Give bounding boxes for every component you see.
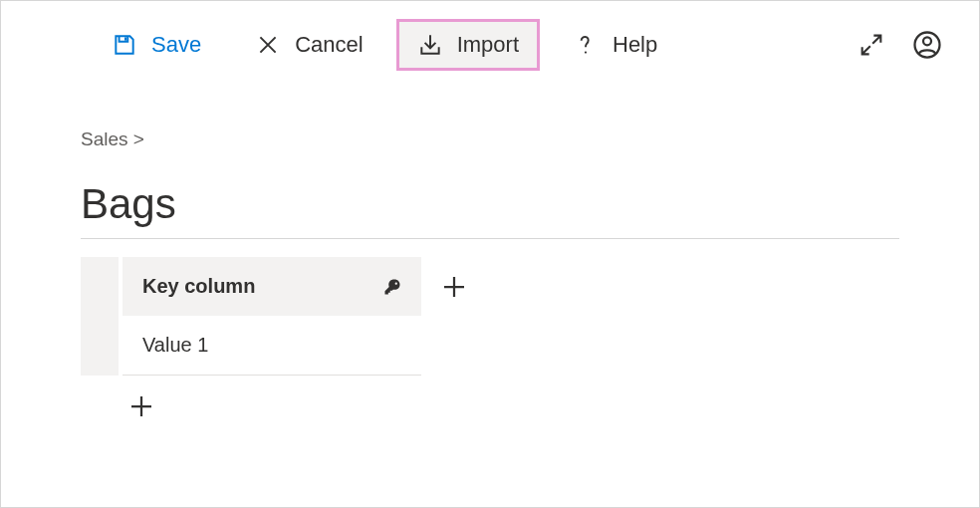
import-label: Import [457,32,519,58]
add-row-area [81,376,899,425]
toolbar: Save Cancel Import Help [1,1,979,89]
key-icon [383,278,401,296]
svg-point-3 [923,37,931,45]
svg-rect-0 [124,37,126,40]
breadcrumb-separator: > [133,128,144,149]
account-button[interactable] [905,23,949,67]
content-area: Sales > Bags Key column [1,128,979,425]
breadcrumb[interactable]: Sales > [81,128,899,150]
data-table: Key column Value 1 [81,257,899,425]
add-column-button[interactable] [439,272,469,302]
table-row[interactable]: Value 1 [81,316,899,376]
expand-icon [858,31,885,59]
import-button[interactable]: Import [396,19,540,71]
page-title: Bags [81,180,899,239]
row-gutter [81,257,119,316]
close-icon [255,32,281,58]
person-icon [912,30,942,60]
save-button[interactable]: Save [91,19,222,71]
help-label: Help [612,32,657,58]
help-icon [573,32,599,58]
breadcrumb-parent[interactable]: Sales [81,128,128,149]
import-icon [417,32,443,58]
key-column-label: Key column [142,275,255,298]
help-button[interactable]: Help [552,19,678,71]
table-cell[interactable]: Value 1 [122,316,421,376]
save-label: Save [151,32,201,58]
header-row: Key column [81,257,899,316]
svg-point-1 [585,52,587,54]
add-column-area [421,257,469,316]
cancel-label: Cancel [295,32,363,58]
expand-button[interactable] [850,23,893,67]
row-gutter [81,316,119,376]
cancel-button[interactable]: Cancel [234,19,383,71]
key-column-header[interactable]: Key column [122,257,421,316]
add-row-button[interactable] [126,391,156,421]
save-icon [112,32,137,58]
